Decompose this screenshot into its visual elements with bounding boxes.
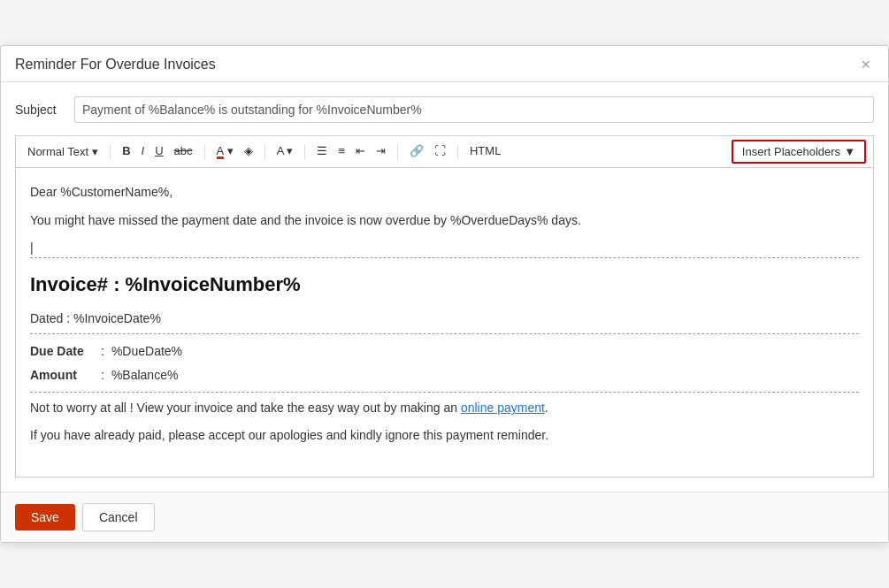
link-icon: 🔗 (410, 144, 424, 157)
close-button[interactable]: × (857, 57, 874, 73)
table-row-due-date: Due Date : %DueDate% (30, 340, 189, 363)
editor-line2-suffix: . (545, 401, 548, 415)
editor-line2: Not to worry at all ! View your invoice … (30, 398, 859, 417)
highlight-icon: ◈ (244, 144, 253, 157)
font-size-button[interactable]: A ▾ (272, 141, 298, 162)
normal-text-label: Normal Text (27, 145, 88, 158)
editor-area[interactable]: Dear %CustomerName%, You might have miss… (15, 168, 874, 477)
insert-placeholders-label: Insert Placeholders (742, 145, 840, 158)
due-date-label: Due Date (30, 340, 101, 363)
toolbar-divider-2 (204, 144, 205, 160)
subject-label: Subject (15, 103, 64, 117)
amount-colon: : (101, 363, 111, 386)
amount-label: Amount (30, 363, 101, 386)
chevron-down-icon: ▾ (92, 145, 98, 158)
toolbar-group-color: A ▾ ◈ (212, 141, 257, 162)
image-icon: ⛶ (434, 144, 446, 157)
editor-greeting: Dear %CustomerName%, (30, 182, 859, 202)
image-button[interactable]: ⛶ (430, 141, 450, 162)
toolbar-divider-5 (397, 144, 398, 160)
insert-placeholders-button[interactable]: Insert Placeholders ▼ (732, 140, 866, 164)
editor-divider-2 (30, 333, 859, 334)
toolbar-divider-4 (304, 144, 305, 160)
editor-divider-1 (30, 257, 859, 258)
font-color-icon: A (217, 145, 225, 159)
bold-button[interactable]: B (118, 141, 134, 162)
toolbar-divider-3 (264, 144, 265, 160)
italic-button[interactable]: I (137, 141, 149, 162)
subject-input[interactable] (74, 96, 874, 123)
online-payment-link[interactable]: online payment (461, 401, 545, 415)
table-row-amount: Amount : %Balance% (30, 363, 189, 386)
ordered-list-button[interactable]: ≡ (333, 141, 349, 162)
editor-dated: Dated : %InvoiceDate% (30, 309, 859, 328)
editor-cursor: | (30, 238, 859, 252)
due-date-colon: : (101, 340, 111, 363)
cancel-button[interactable]: Cancel (82, 503, 155, 531)
underline-button[interactable]: U (150, 141, 167, 162)
toolbar-divider-6 (457, 144, 458, 160)
modal-header: Reminder For Overdue Invoices × (1, 46, 888, 82)
normal-text-dropdown[interactable]: Normal Text ▾ (23, 142, 103, 161)
editor-invoice-heading: Invoice# : %InvoiceNumber% (30, 269, 859, 300)
editor-line3: If you have already paid, please accept … (30, 425, 859, 445)
modal-body: Subject Normal Text ▾ B I U abc A (1, 82, 888, 492)
html-button[interactable]: HTML (465, 141, 505, 162)
chevron-down-icon-color: ▾ (227, 144, 234, 157)
strikethrough-button[interactable]: abc (170, 141, 197, 162)
font-size-label: A (277, 144, 284, 157)
modal-footer: Save Cancel (1, 492, 888, 542)
outdent-icon: ⇤ (356, 144, 365, 157)
editor-content: Dear %CustomerName%, You might have miss… (30, 182, 859, 445)
toolbar: Normal Text ▾ B I U abc A ▾ ◈ (15, 135, 874, 168)
editor-divider-3 (30, 392, 859, 393)
amount-value: %Balance% (111, 363, 189, 386)
font-color-button[interactable]: A ▾ (212, 141, 238, 162)
reminder-modal: Reminder For Overdue Invoices × Subject … (0, 45, 889, 543)
editor-line1: You might have missed the payment date a… (30, 210, 859, 230)
outdent-button[interactable]: ⇤ (351, 141, 370, 162)
modal-title: Reminder For Overdue Invoices (15, 57, 216, 73)
ordered-list-icon: ≡ (338, 144, 345, 157)
toolbar-group-text-style: Normal Text ▾ (23, 142, 103, 161)
highlight-button[interactable]: ◈ (240, 141, 257, 162)
indent-icon: ⇥ (376, 144, 386, 157)
toolbar-group-fontsize: A ▾ (272, 141, 298, 162)
unordered-list-button[interactable]: ☰ (312, 141, 332, 162)
indent-button[interactable]: ⇥ (372, 141, 390, 162)
editor-line2-prefix: Not to worry at all ! View your invoice … (30, 401, 461, 415)
chevron-down-icon-fontsize: ▾ (287, 144, 293, 157)
save-button[interactable]: Save (15, 504, 75, 531)
invoice-details-table: Due Date : %DueDate% Amount : %Balance% (30, 340, 189, 386)
subject-row: Subject (15, 96, 874, 123)
toolbar-group-insert: 🔗 ⛶ (405, 141, 450, 162)
editor-invoice-table: Due Date : %DueDate% Amount : %Balance% (30, 340, 859, 386)
toolbar-divider-1 (110, 144, 111, 160)
link-button[interactable]: 🔗 (405, 141, 428, 162)
chevron-down-icon-placeholders: ▼ (844, 145, 855, 158)
due-date-value: %DueDate% (111, 340, 189, 363)
unordered-list-icon: ☰ (317, 144, 327, 157)
toolbar-group-formatting: B I U abc (118, 141, 196, 162)
toolbar-group-lists: ☰ ≡ ⇤ ⇥ (312, 141, 390, 162)
